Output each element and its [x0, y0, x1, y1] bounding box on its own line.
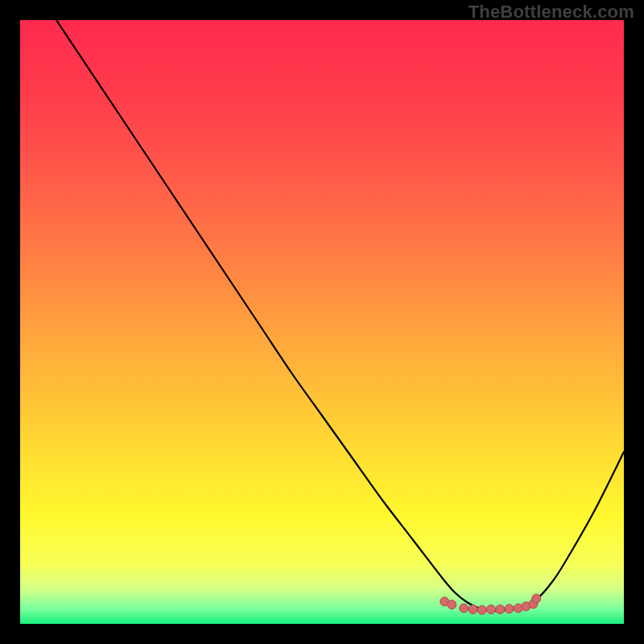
marker-point: [487, 605, 496, 614]
watermark-text: TheBottleneck.com: [469, 2, 634, 23]
plot-gradient-background: [20, 20, 624, 624]
bottleneck-chart: [0, 0, 644, 644]
marker-point: [496, 605, 505, 614]
marker-point: [460, 604, 469, 613]
chart-stage: TheBottleneck.com: [0, 0, 644, 644]
marker-point: [469, 605, 477, 614]
marker-point: [514, 604, 522, 613]
marker-point: [532, 594, 541, 603]
marker-point: [477, 605, 486, 614]
marker-point: [448, 601, 456, 609]
marker-point: [505, 605, 514, 613]
